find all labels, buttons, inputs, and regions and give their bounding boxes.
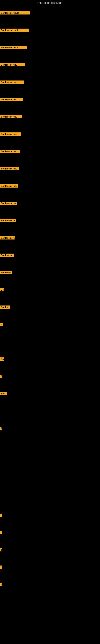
bar-row: Bottleneck resu (0, 184, 18, 188)
bar-label: Bottleneck re (0, 219, 16, 222)
bar-row: Bottleneck resu (0, 63, 25, 66)
bar-row: Bottleneck res (0, 202, 17, 205)
bar-label: Bottleneck resu (0, 98, 23, 101)
bar-label: e (0, 548, 2, 552)
bar-label: Bottleneck result (0, 11, 30, 14)
bar-label: Bottleneck res (0, 202, 17, 205)
bar-row: Bottleneck resu (0, 80, 24, 84)
bar-row: Bottleneck resu (0, 132, 21, 136)
bar-label: Bottlen (0, 306, 10, 309)
bar-label: Bottleneck re (0, 236, 15, 240)
bar-row: Bottleneck re (0, 254, 14, 257)
bar-label: Bottleneck resul (0, 46, 27, 49)
bar-label: Bottleneck resu (0, 132, 21, 136)
bar-label: Bottleneck re (0, 254, 14, 257)
bar-label: e (0, 566, 2, 569)
bar-row: E (0, 427, 2, 430)
bar-label: I (0, 514, 1, 517)
bar-row: Bottleneck result (0, 11, 30, 14)
bar-row: e (0, 548, 2, 552)
bar-row: Bottleneck re (0, 219, 16, 222)
bar-label: B (0, 583, 2, 586)
bar-row: Bott (0, 392, 7, 395)
bar-row: Bo (0, 288, 4, 292)
bar-row: Bottleneck result (0, 28, 29, 32)
bar-row: Bottleneck resu (0, 150, 20, 153)
bar-label: B (0, 323, 3, 326)
bar-row: B (0, 323, 3, 326)
bar-row: Bottleneck resu (0, 98, 23, 101)
bar-label: Bottleneck resu (0, 63, 25, 66)
bar-label: E (0, 427, 2, 430)
bar-row: B (0, 375, 2, 378)
bar-label: Bottleneck result (0, 28, 29, 32)
bar-row: Bottleneck resu (0, 115, 22, 118)
bar-row: Bottleneck re (0, 236, 15, 240)
bar-label: I (0, 531, 1, 534)
bar-label: Bottleneck resu (0, 115, 22, 118)
bar-label: Bottleneck resu (0, 80, 24, 84)
bar-row: e (0, 566, 2, 569)
bar-label: Bo (0, 288, 4, 292)
bar-row: Bottleneck resu (0, 167, 19, 170)
bar-row: Bottlen (0, 306, 10, 309)
bar-label: Bottleneck resu (0, 167, 19, 170)
bar-label: Bo (0, 358, 4, 361)
bar-row: Bottlenec (0, 271, 12, 274)
bar-label: B (0, 375, 2, 378)
bar-label: Bottleneck resu (0, 150, 20, 153)
bar-row: Bottleneck resul (0, 46, 27, 49)
bar-row: B (0, 583, 2, 586)
site-title: TheBottlenecker.com (0, 0, 100, 6)
bar-label: Bottlenec (0, 271, 12, 274)
bar-row: I (0, 514, 1, 517)
bar-label: Bottleneck resu (0, 184, 18, 188)
bar-row: Bo (0, 358, 4, 361)
bar-label: Bott (0, 392, 7, 395)
bar-row: I (0, 531, 1, 534)
